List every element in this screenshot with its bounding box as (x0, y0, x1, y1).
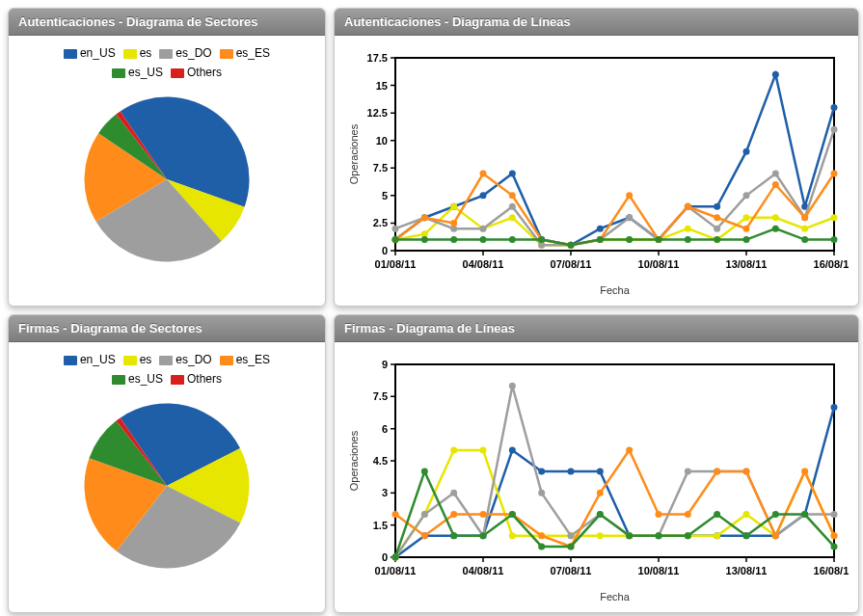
y-tick-label: 9 (382, 359, 388, 370)
svg-rect-15 (395, 364, 834, 557)
x-axis-title: Fecha (600, 284, 630, 296)
line-point (772, 511, 779, 518)
line-point (626, 236, 633, 243)
line-point (509, 532, 516, 539)
y-tick-label: 0 (382, 245, 388, 256)
x-tick-label: 04/08/11 (463, 258, 504, 270)
line-point (568, 469, 575, 475)
legend-item: es_US (112, 369, 163, 388)
line-series (395, 450, 834, 547)
panel-body: 02.557.51012.51517.501/08/1104/08/1107/0… (335, 36, 858, 307)
line-point (538, 469, 545, 475)
line-point (626, 192, 633, 199)
legend-swatch (112, 375, 125, 385)
line-point (538, 236, 545, 243)
line-point (480, 511, 487, 518)
legend-item: Others (171, 369, 222, 388)
line-point (480, 446, 487, 453)
x-tick-label: 04/08/11 (463, 565, 504, 576)
panel-body: en_USeses_DOes_ESes_USOthers (9, 342, 325, 612)
x-tick-label: 07/08/11 (551, 258, 592, 270)
line-point (714, 203, 720, 210)
line-point (538, 532, 545, 539)
line-point (480, 171, 487, 177)
line-point (685, 532, 691, 539)
line-point (685, 236, 691, 243)
legend-item: es_ES (220, 43, 270, 63)
legend-label: es_ES (236, 46, 270, 60)
line-point (480, 192, 487, 199)
line-point (743, 469, 750, 475)
line-point (831, 511, 838, 518)
line-point (568, 532, 575, 539)
legend-item: es (123, 43, 152, 63)
y-tick-label: 3 (382, 487, 388, 498)
line-point (450, 511, 457, 518)
line-point (509, 203, 516, 210)
legend-swatch (159, 356, 173, 365)
legend-label: Others (187, 66, 222, 79)
legend-label: en_US (80, 46, 116, 60)
y-tick-label: 6 (382, 423, 388, 435)
line-point (772, 71, 779, 78)
line-point (450, 446, 457, 453)
panel-title: Firmas - Diagrama de Sectores (9, 315, 325, 342)
legend-label: es_US (128, 372, 163, 386)
y-tick-label: 10 (376, 135, 388, 147)
panel-body: en_USeses_DOes_ESes_USOthers (9, 36, 325, 306)
line-point (831, 532, 838, 539)
legend-swatch (123, 49, 137, 59)
line-point (714, 236, 720, 243)
pie-chart-auth (16, 88, 317, 271)
line-point (801, 214, 808, 221)
legend-item: es (123, 350, 152, 369)
legend-swatch (64, 49, 77, 59)
line-point (509, 511, 516, 518)
y-tick-label: 15 (376, 80, 388, 92)
legend-label: Others (187, 372, 222, 386)
line-point (450, 203, 457, 210)
line-point (626, 214, 633, 221)
legend-label: es_ES (236, 353, 270, 366)
legend-item: en_US (64, 43, 116, 63)
line-point (772, 171, 779, 177)
pie-chart-sign (16, 394, 317, 577)
line-point (714, 214, 720, 221)
line-point (743, 226, 750, 232)
line-point (538, 543, 545, 549)
line-point (509, 171, 516, 177)
line-point (597, 236, 604, 243)
x-tick-label: 13/08/11 (726, 258, 768, 270)
line-point (743, 148, 750, 155)
line-point (714, 226, 720, 232)
y-tick-label: 4.5 (373, 455, 388, 467)
legend-swatch (171, 375, 184, 385)
line-point (772, 214, 779, 221)
legend-label: es_DO (175, 353, 211, 366)
legend-label: en_US (80, 353, 116, 366)
line-point (831, 126, 838, 133)
line-point (450, 490, 457, 496)
line-point (509, 446, 516, 453)
legend-label: es_DO (175, 46, 211, 60)
line-point (568, 543, 575, 549)
line-point (392, 511, 399, 518)
line-point (801, 236, 808, 243)
line-point (480, 226, 487, 232)
line-point (597, 490, 604, 496)
legend-label: es (140, 353, 152, 366)
line-point (480, 236, 487, 243)
panel-auth-line: Autenticaciones - Diagrama de Líneas 02.… (334, 8, 859, 307)
line-point (743, 511, 750, 518)
line-point (421, 469, 428, 475)
line-point (685, 203, 691, 210)
legend-swatch (64, 356, 77, 365)
panel-sign-line: Firmas - Diagrama de Líneas 01.534.567.5… (334, 314, 859, 613)
panel-body: 01.534.567.5901/08/1104/08/1107/08/1110/… (335, 342, 858, 613)
y-tick-label: 7.5 (373, 162, 388, 174)
panel-auth-pie: Autenticaciones - Diagrama de Sectores e… (8, 8, 326, 307)
line-point (392, 236, 399, 243)
y-tick-label: 7.5 (373, 390, 388, 402)
y-tick-label: 17.5 (367, 52, 388, 64)
line-point (392, 554, 399, 561)
